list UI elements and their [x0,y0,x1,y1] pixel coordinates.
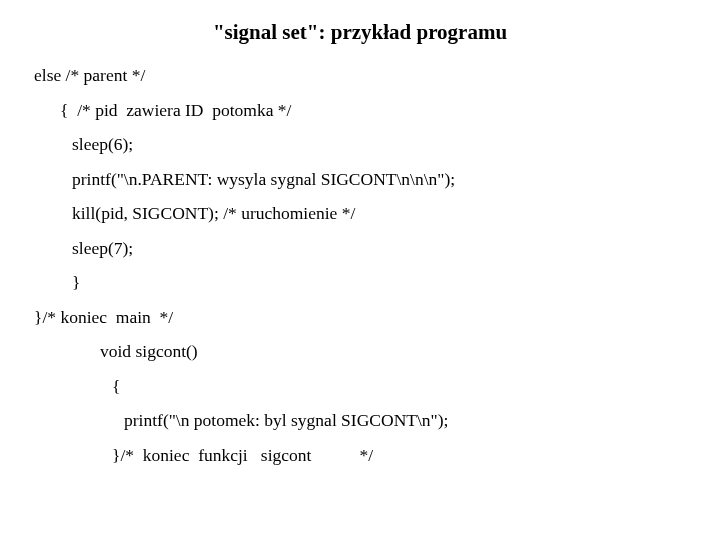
code-line: }/* koniec main */ [0,309,720,327]
code-line: kill(pid, SIGCONT); /* uruchomienie */ [0,205,720,223]
page-title: "signal set": przykład programu [0,20,720,45]
code-line: { /* pid zawiera ID potomka */ [0,102,720,120]
code-line: else /* parent */ [0,67,720,85]
code-line: { [0,378,720,396]
code-line: sleep(6); [0,136,720,154]
code-line: printf("\n.PARENT: wysyla sygnal SIGCONT… [0,171,720,189]
code-line: } [0,274,720,292]
document-page: "signal set": przykład programu else /* … [0,0,720,464]
code-line: }/* koniec funkcji sigcont */ [0,447,720,465]
code-line: printf("\n potomek: byl sygnal SIGCONT\n… [0,412,720,430]
code-line: void sigcont() [0,343,720,361]
code-line: sleep(7); [0,240,720,258]
code-block: else /* parent */ { /* pid zawiera ID po… [0,67,720,464]
